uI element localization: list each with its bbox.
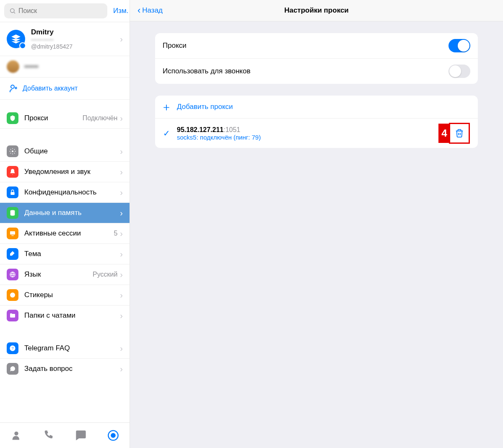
- menu-label: Данные и память: [24, 209, 120, 217]
- chevron-right-icon: ›: [120, 344, 123, 353]
- menu-label: Активные сессии: [24, 229, 114, 238]
- calls-toggle[interactable]: [449, 65, 470, 78]
- proxy-toggle[interactable]: [449, 39, 470, 52]
- tab-contacts[interactable]: [10, 429, 23, 442]
- shield-badge-icon: [19, 42, 26, 49]
- menu-label: Задать вопрос: [24, 365, 120, 373]
- proxy-toggle-row: Прокси: [155, 33, 478, 58]
- toggles-card: Прокси Использовать для звонков: [155, 33, 478, 84]
- sidebar-item-language[interactable]: Язык Русский ›: [0, 264, 130, 285]
- add-account-label: Добавить аккаунт: [23, 85, 78, 92]
- menu-label: Уведомления и звук: [24, 168, 120, 176]
- svg-point-5: [12, 150, 13, 152]
- question-icon: ?: [7, 342, 18, 354]
- shield-icon: [7, 112, 18, 124]
- plus-icon: ＋: [161, 101, 172, 112]
- menu-label: Язык: [24, 270, 93, 279]
- menu-label: Конфиденциальность: [24, 188, 120, 197]
- svg-rect-6: [10, 192, 14, 195]
- menu-section-support: ? Telegram FAQ › Задать вопрос ›: [0, 326, 130, 379]
- menu-value: Подключён: [83, 114, 118, 122]
- profile-row[interactable]: Dmitry ••••••••••• @dmitry185427 ›: [0, 22, 130, 56]
- profile-handle: @dmitry185427: [31, 43, 120, 50]
- svg-point-0: [10, 9, 14, 13]
- proxy-toggle-label: Прокси: [163, 41, 449, 50]
- proxy-list-card: ＋ Добавить прокси ✓ 95.182.127.211:1051 …: [155, 96, 478, 148]
- annotation-badge: 4: [438, 124, 450, 143]
- sidebar-item-folders[interactable]: Папки с чатами ›: [0, 306, 130, 326]
- search-icon: [9, 8, 16, 14]
- proxy-info: 95.182.127.211:1051 socks5: подключён (п…: [177, 126, 447, 141]
- add-user-icon: [7, 83, 18, 94]
- proxy-entry-row[interactable]: ✓ 95.182.127.211:1051 socks5: подключён …: [155, 118, 478, 148]
- monitor-icon: [7, 228, 18, 239]
- account-name: ••••••: [24, 63, 39, 70]
- menu-label: Тема: [24, 250, 120, 258]
- svg-point-2: [11, 85, 14, 88]
- svg-line-1: [14, 12, 15, 13]
- sidebar-item-data[interactable]: Данные и память ›: [0, 203, 130, 223]
- menu-label: Telegram FAQ: [24, 344, 120, 352]
- sticker-icon: [7, 289, 18, 301]
- chevron-right-icon: ›: [120, 114, 123, 123]
- chevron-right-icon: ›: [120, 229, 123, 238]
- sidebar-item-theme[interactable]: Тема ›: [0, 244, 130, 264]
- lock-icon: [7, 186, 18, 198]
- chevron-right-icon: ›: [120, 311, 123, 321]
- sidebar-item-proxy[interactable]: Прокси Подключён ›: [0, 108, 130, 129]
- chevron-right-icon: ›: [120, 167, 123, 177]
- menu-value: 5: [114, 230, 117, 237]
- profile-info: Dmitry ••••••••••• @dmitry185427: [31, 28, 120, 50]
- delete-annotation: 4: [447, 124, 472, 143]
- sidebar-item-support[interactable]: Задать вопрос ›: [0, 359, 130, 379]
- bell-icon: [7, 166, 18, 178]
- tab-settings[interactable]: [106, 429, 120, 442]
- avatar: [7, 30, 25, 48]
- search-field-wrap[interactable]: [4, 3, 107, 18]
- edit-button[interactable]: Изм.: [111, 7, 131, 15]
- tab-calls[interactable]: [42, 429, 55, 442]
- tab-chats[interactable]: [74, 429, 88, 442]
- back-label: Назад: [142, 6, 163, 15]
- sidebar-item-sessions[interactable]: Активные сессии 5 ›: [0, 223, 130, 244]
- globe-icon: [7, 269, 18, 280]
- sidebar-item-notifications[interactable]: Уведомления и звук ›: [0, 162, 130, 182]
- search-input[interactable]: [18, 7, 102, 15]
- folder-icon: [7, 310, 18, 321]
- main-panel: ‹ Назад Настройки прокси Прокси Использо…: [130, 0, 503, 448]
- menu-value: Русский: [93, 271, 117, 278]
- svg-rect-8: [10, 231, 15, 235]
- svg-point-14: [14, 432, 18, 435]
- bottom-tabs: [0, 422, 130, 448]
- sidebar-item-general[interactable]: Общие ›: [0, 141, 130, 162]
- sidebar-top: Изм.: [0, 0, 130, 22]
- add-proxy-label: Добавить прокси: [177, 103, 233, 111]
- account-row[interactable]: ••••••: [0, 56, 130, 78]
- profile-name: Dmitry: [31, 28, 120, 36]
- database-icon: [7, 207, 18, 219]
- svg-point-16: [111, 433, 115, 437]
- menu-label: Прокси: [24, 114, 83, 122]
- sidebar-item-faq[interactable]: ? Telegram FAQ ›: [0, 338, 130, 359]
- add-account-button[interactable]: Добавить аккаунт: [0, 78, 130, 100]
- chevron-right-icon: ›: [120, 188, 123, 197]
- delete-proxy-button[interactable]: [449, 123, 470, 144]
- account-avatar: [7, 60, 19, 73]
- page-title: Настройки прокси: [284, 6, 349, 15]
- add-proxy-button[interactable]: ＋ Добавить прокси: [155, 96, 478, 118]
- back-button[interactable]: ‹ Назад: [137, 5, 163, 16]
- check-icon: ✓: [161, 128, 172, 138]
- calls-toggle-label: Использовать для звонков: [163, 67, 449, 75]
- menu-section-main: Общие › Уведомления и звук › Конфиденциа…: [0, 129, 130, 326]
- menu-label: Общие: [24, 147, 120, 155]
- svg-text:?: ?: [11, 346, 13, 350]
- chevron-right-icon: ›: [120, 147, 123, 156]
- menu-label: Папки с чатами: [24, 311, 120, 320]
- sidebar-item-privacy[interactable]: Конфиденциальность ›: [0, 182, 130, 203]
- chevron-right-icon: ›: [120, 364, 123, 374]
- gear-icon: [7, 145, 18, 157]
- sidebar-item-stickers[interactable]: Стикеры ›: [0, 285, 130, 306]
- proxy-address: 95.182.127.211:1051: [177, 126, 447, 134]
- chevron-right-icon: ›: [120, 249, 123, 259]
- calls-toggle-row: Использовать для звонков: [155, 58, 478, 84]
